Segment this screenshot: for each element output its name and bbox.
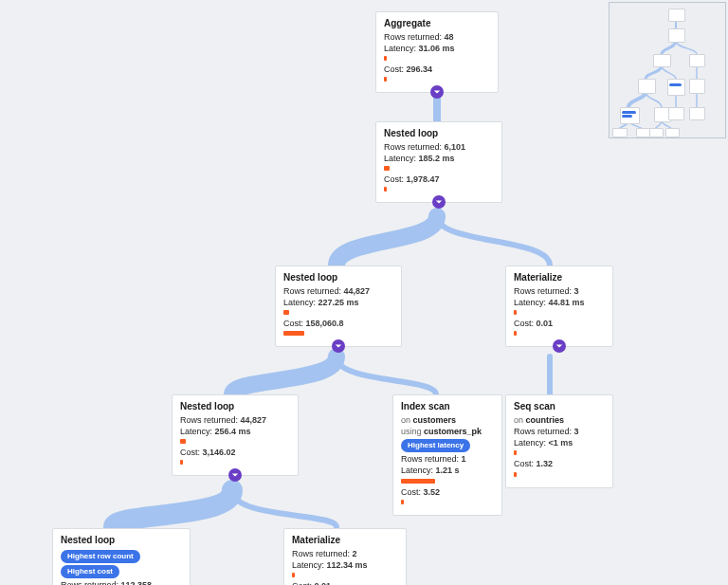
- latency-bar: [401, 479, 435, 484]
- minimap-node: [667, 79, 685, 96]
- rows-line: Rows returned: 112,358: [61, 580, 182, 586]
- latency-bar: [514, 450, 517, 455]
- cost-bar: [514, 472, 517, 477]
- cost-bar: [401, 500, 404, 504]
- latency-line: Latency: 1.21 s: [401, 466, 494, 476]
- rows-line: Rows returned: 44,827: [283, 286, 393, 297]
- on-line: on customers: [401, 415, 494, 426]
- latency-line: Latency: <1 ms: [514, 438, 605, 448]
- latency-bar: [180, 439, 186, 444]
- chevron-down-icon[interactable]: [432, 195, 446, 209]
- rows-line: Rows returned: 44,827: [180, 415, 290, 426]
- minimap-node: [636, 128, 650, 137]
- node-seq-scan[interactable]: Seq scan on countries Rows returned: 3 L…: [505, 394, 613, 488]
- cost-line: Cost: 0.01: [292, 581, 398, 585]
- node-materialize-2[interactable]: Materialize Rows returned: 2 Latency: 11…: [283, 528, 407, 585]
- minimap[interactable]: [609, 2, 726, 138]
- badge-highest-cost: Highest cost: [61, 565, 119, 578]
- latency-line: Latency: 185.2 ms: [384, 154, 494, 164]
- cost-line: Cost: 0.01: [514, 319, 605, 329]
- latency-bar: [283, 310, 289, 315]
- node-nested-loop-3[interactable]: Nested loop Rows returned: 44,827 Latenc…: [172, 394, 299, 476]
- latency-line: Latency: 256.4 ms: [180, 427, 290, 437]
- latency-bar: [384, 166, 390, 171]
- cost-line: Cost: 3.52: [401, 487, 494, 498]
- latency-line: Latency: 31.06 ms: [384, 44, 490, 54]
- chevron-down-icon[interactable]: [430, 85, 444, 99]
- minimap-node: [665, 128, 680, 137]
- cost-bar: [514, 331, 517, 336]
- cost-line: Cost: 296.34: [384, 64, 490, 75]
- minimap-node: [653, 54, 671, 67]
- minimap-node: [689, 79, 705, 94]
- minimap-node: [649, 128, 664, 137]
- cost-line: Cost: 158,060.8: [283, 319, 393, 329]
- node-nested-loop-1[interactable]: Nested loop Rows returned: 6,101 Latency…: [375, 121, 502, 203]
- minimap-node: [668, 9, 685, 22]
- cost-bar: [384, 77, 387, 82]
- rows-line: Rows returned: 6,101: [384, 142, 494, 153]
- node-index-scan[interactable]: Index scan on customers using customers_…: [392, 394, 502, 516]
- cost-bar: [384, 187, 387, 192]
- badge-highest-row-count: Highest row count: [61, 550, 140, 563]
- minimap-node: [689, 54, 705, 67]
- cost-bar: [180, 460, 183, 465]
- latency-line: Latency: 112.34 ms: [292, 560, 398, 571]
- chevron-down-icon[interactable]: [332, 339, 345, 353]
- latency-line: Latency: 227.25 ms: [283, 298, 393, 308]
- minimap-node: [638, 79, 656, 94]
- node-nested-loop-2[interactable]: Nested loop Rows returned: 44,827 Latenc…: [275, 265, 402, 347]
- minimap-node: [668, 28, 685, 43]
- on-line: on countries: [514, 415, 605, 426]
- badge-highest-latency: Highest latency: [401, 439, 470, 452]
- node-title: Seq scan: [514, 401, 605, 413]
- chevron-down-icon[interactable]: [553, 339, 566, 353]
- minimap-node: [668, 107, 684, 120]
- rows-line: Rows returned: 1: [401, 454, 494, 465]
- rows-line: Rows returned: 3: [514, 427, 605, 437]
- node-materialize-1[interactable]: Materialize Rows returned: 3 Latency: 44…: [505, 265, 613, 347]
- minimap-badge: [622, 115, 632, 118]
- rows-line: Rows returned: 2: [292, 549, 398, 559]
- node-title: Nested loop: [384, 128, 494, 140]
- node-title: Index scan: [401, 401, 494, 413]
- cost-line: Cost: 3,146.02: [180, 448, 290, 458]
- latency-bar: [514, 310, 517, 315]
- node-title: Nested loop: [180, 401, 290, 413]
- node-title: Nested loop: [283, 272, 393, 284]
- chevron-down-icon[interactable]: [228, 468, 242, 482]
- node-nested-loop-4[interactable]: Nested loop Highest row count Highest co…: [52, 528, 191, 585]
- node-title: Materialize: [514, 272, 605, 284]
- minimap-node: [612, 128, 628, 137]
- minimap-node: [689, 107, 705, 120]
- node-title: Materialize: [292, 535, 398, 547]
- rows-line: Rows returned: 3: [514, 286, 605, 297]
- latency-line: Latency: 44.81 ms: [514, 298, 605, 308]
- cost-line: Cost: 1,978.47: [384, 174, 494, 185]
- cost-line: Cost: 1.32: [514, 459, 605, 469]
- cost-bar: [283, 331, 304, 336]
- rows-line: Rows returned: 48: [384, 32, 490, 43]
- minimap-badge: [622, 111, 636, 114]
- minimap-badge: [669, 83, 682, 86]
- node-title: Aggregate: [384, 18, 490, 30]
- latency-bar: [292, 573, 295, 577]
- using-line: using customers_pk: [401, 427, 494, 437]
- latency-bar: [384, 56, 387, 61]
- node-title: Nested loop: [61, 535, 182, 547]
- node-aggregate[interactable]: Aggregate Rows returned: 48 Latency: 31.…: [375, 11, 499, 93]
